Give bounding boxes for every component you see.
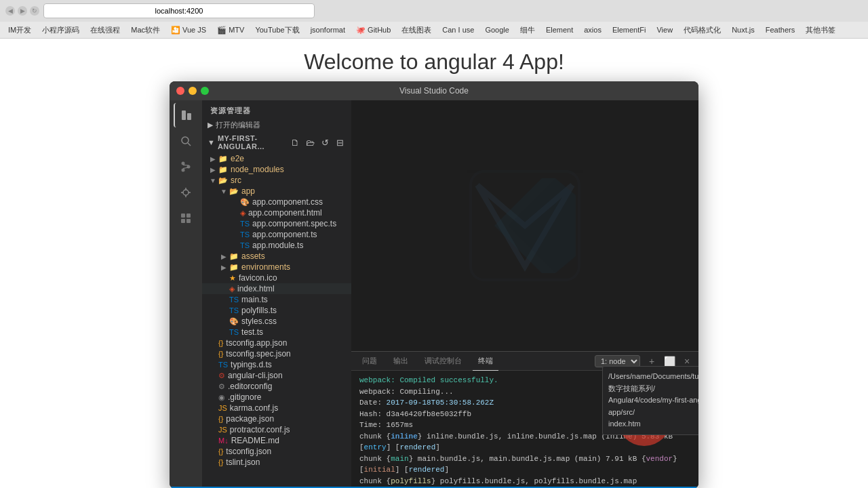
editor-background xyxy=(351,100,698,351)
file-tree: ▶ 📁 e2e ▶ 📁 node_modules ▼ xyxy=(202,153,351,468)
terminal-instance-select[interactable]: 1: node xyxy=(595,355,640,367)
sidebar: 资源管理器 ▶ 打开的编辑器 ▼ MY-FIRST-ANGULAR... 🗋 🗁 xyxy=(202,100,351,487)
bookmark-chart[interactable]: 在线图表 xyxy=(399,24,434,36)
bookmark-mac[interactable]: Mac软件 xyxy=(128,24,163,36)
refresh-explorer-icon[interactable]: ↺ xyxy=(319,136,331,148)
tree-item-tsconfig-json[interactable]: {} tsconfig.json xyxy=(202,446,351,457)
new-terminal-button[interactable]: + xyxy=(646,355,658,367)
tree-item-index-html[interactable]: ◈ index.html xyxy=(202,283,351,294)
tree-item-app-component-css[interactable]: 🎨 app.component.css xyxy=(202,197,351,207)
source-control-icon[interactable] xyxy=(174,155,198,179)
tree-item-styles-css[interactable]: 🎨 styles.css xyxy=(202,316,351,327)
svg-rect-1 xyxy=(187,113,191,120)
tree-item-app-component-html[interactable]: ◈ app.component.html xyxy=(202,207,351,218)
tree-item-tslint-json[interactable]: {} tslint.json xyxy=(202,457,351,468)
tab-debug-console[interactable]: 调试控制台 xyxy=(419,352,467,371)
tab-problems[interactable]: 问题 xyxy=(357,352,382,371)
tab-output[interactable]: 输出 xyxy=(388,352,414,371)
explorer-header: 资源管理器 xyxy=(202,100,351,119)
bookmark-xinniu[interactable]: 细牛 xyxy=(517,24,538,36)
svg-rect-0 xyxy=(182,110,186,120)
bookmark-feathers[interactable]: Feathers xyxy=(763,25,797,35)
bookmark-youtube[interactable]: YouTube下载 xyxy=(252,24,302,36)
debug-icon[interactable] xyxy=(174,180,198,205)
tree-item-gitignore[interactable]: ◉ .gitignore xyxy=(202,392,351,403)
svg-rect-17 xyxy=(186,219,191,223)
bookmark-im[interactable]: IM开发 xyxy=(5,24,34,36)
collapse-all-icon[interactable]: ⊟ xyxy=(334,136,346,148)
explorer-icon[interactable] xyxy=(174,103,198,127)
tree-item-app-component-ts[interactable]: TS app.component.ts xyxy=(202,229,351,240)
bookmark-vuejs[interactable]: 🎦 Vue JS xyxy=(168,25,209,35)
activity-bar xyxy=(170,100,202,487)
tree-item-environments[interactable]: ▶ 📁 environments xyxy=(202,262,351,272)
svg-point-9 xyxy=(183,190,189,195)
bookmark-miniprogram[interactable]: 小程序源码 xyxy=(39,24,82,36)
tree-item-assets[interactable]: ▶ 📁 assets xyxy=(202,251,351,262)
tree-item-readme[interactable]: M↓ README.md xyxy=(202,435,351,446)
bookmark-view[interactable]: View xyxy=(654,25,675,35)
address-bar[interactable] xyxy=(43,3,315,18)
window-title: Visual Studio Code xyxy=(399,86,469,96)
extensions-icon[interactable] xyxy=(174,206,198,230)
forward-button[interactable]: ▶ xyxy=(18,6,27,16)
tree-item-src[interactable]: ▼ 📂 src xyxy=(202,175,351,186)
tree-item-protractor[interactable]: JS protractor.conf.js xyxy=(202,424,351,435)
maximize-button[interactable] xyxy=(201,87,209,95)
back-button[interactable]: ◀ xyxy=(5,6,15,16)
bookmark-axios[interactable]: axios xyxy=(581,25,604,35)
tree-item-tsconfig-spec[interactable]: {} tsconfig.spec.json xyxy=(202,348,351,359)
new-file-icon[interactable]: 🗋 xyxy=(289,136,301,148)
browser-toolbar: ◀ ▶ ↻ xyxy=(0,0,868,22)
bookmark-codeformat[interactable]: 代码格式化 xyxy=(681,24,724,36)
tree-item-e2e[interactable]: ▶ 📁 e2e xyxy=(202,153,351,164)
close-terminal-button[interactable]: × xyxy=(681,355,693,367)
bookmark-mtv[interactable]: 🎬 MTV xyxy=(214,25,247,35)
tree-item-polyfills-ts[interactable]: TS polyfills.ts xyxy=(202,305,351,316)
tree-item-typings-dts[interactable]: TS typings.d.ts xyxy=(202,359,351,370)
watermark-text: 千锋教育 xyxy=(627,410,662,421)
tree-item-test-ts[interactable]: TS test.ts xyxy=(202,327,351,338)
bookmark-google[interactable]: Google xyxy=(482,25,511,35)
bookmark-elementfi[interactable]: ElementFi xyxy=(610,25,649,35)
tree-item-favicon[interactable]: ★ favicon.ico xyxy=(202,272,351,283)
tree-item-editorconfig[interactable]: ⚙ .editorconfig xyxy=(202,381,351,392)
svg-line-8 xyxy=(183,167,189,169)
svg-point-4 xyxy=(182,162,185,165)
tree-item-main-ts[interactable]: TS main.ts xyxy=(202,294,351,305)
svg-rect-16 xyxy=(181,219,185,223)
search-icon[interactable] xyxy=(174,129,198,153)
bookmark-caniuse[interactable]: Can I use xyxy=(439,25,477,35)
tree-item-app-module-ts[interactable]: TS app.module.ts xyxy=(202,240,351,251)
tree-item-app-component-spec[interactable]: TS app.component.spec.ts xyxy=(202,218,351,229)
tree-item-node-modules[interactable]: ▶ 📁 node_modules xyxy=(202,164,351,175)
new-folder-icon[interactable]: 🗁 xyxy=(304,136,316,148)
tree-item-package-json[interactable]: {} package.json xyxy=(202,413,351,424)
terminal-tabs: 问题 输出 调试控制台 终端 1: node + ⬜ × xyxy=(351,352,698,371)
close-button[interactable] xyxy=(176,87,184,95)
browser-chrome: ◀ ▶ ↻ IM开发 小程序源码 在线强程 Mac软件 🎦 Vue JS 🎬 M… xyxy=(0,0,868,39)
tab-terminal[interactable]: 终端 xyxy=(473,352,498,371)
tree-item-karma[interactable]: JS karma.conf.js xyxy=(202,403,351,413)
bookmark-more[interactable]: 其他书签 xyxy=(803,24,838,36)
bookmark-element[interactable]: Element xyxy=(543,25,576,35)
svg-point-5 xyxy=(182,169,185,172)
minimize-button[interactable] xyxy=(189,87,197,95)
bookmark-jsonformat[interactable]: jsonformat xyxy=(308,25,348,35)
open-editors-section[interactable]: ▶ 打开的编辑器 xyxy=(202,119,351,131)
project-toolbar-icons: 🗋 🗁 ↺ ⊟ xyxy=(289,136,346,148)
traffic-lights xyxy=(176,87,209,95)
browser-controls: ◀ ▶ ↻ xyxy=(5,6,39,16)
bookmark-online-program[interactable]: 在线强程 xyxy=(87,24,123,36)
term-line-8: chunk {polyfills} polyfills.bundle.js, p… xyxy=(359,476,690,487)
svg-rect-15 xyxy=(186,214,191,218)
tree-item-angular-cli[interactable]: ⚙ angular-cli.json xyxy=(202,370,351,381)
chevron-down-icon: ▼ xyxy=(208,138,215,146)
split-terminal-button[interactable]: ⬜ xyxy=(663,355,675,367)
bookmark-nuxtjs[interactable]: Nuxt.js xyxy=(729,25,757,35)
bookmark-github[interactable]: 🐙 GitHub xyxy=(353,25,393,35)
tree-item-tsconfig-app[interactable]: {} tsconfig.app.json xyxy=(202,338,351,348)
tree-item-app[interactable]: ▼ 📂 app xyxy=(202,186,351,197)
refresh-button[interactable]: ↻ xyxy=(30,6,39,16)
svg-point-2 xyxy=(182,137,189,144)
